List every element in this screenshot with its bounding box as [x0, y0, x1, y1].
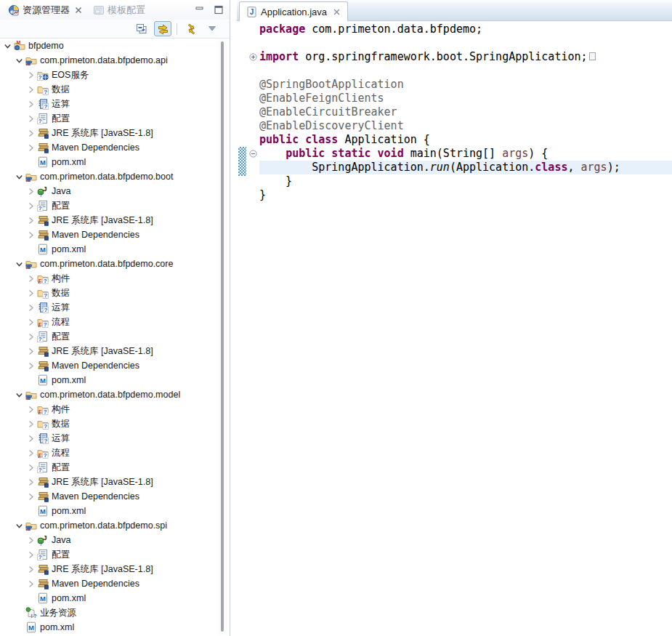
chevron-right-icon[interactable] — [26, 114, 36, 124]
tree-item[interactable]: JRE 系统库 [JavaSE-1.8] — [0, 562, 218, 576]
chevron-right-icon[interactable] — [26, 143, 36, 153]
tree-item[interactable]: Maven Dependencies — [0, 489, 218, 504]
code-editor[interactable]: package com.primeton.data.bfpdemo;import… — [259, 21, 672, 636]
fold-collapse-icon[interactable] — [249, 150, 257, 158]
tree-item[interactable]: ?数据 — [0, 416, 218, 431]
minimize-icon[interactable] — [195, 5, 206, 15]
current-line[interactable]: SpringApplication.run(Application.class,… — [259, 161, 672, 174]
chevron-right-icon[interactable] — [26, 361, 36, 371]
chevron-right-icon[interactable] — [26, 230, 36, 240]
tree-item[interactable]: ?配置 — [0, 198, 218, 213]
tree-item[interactable]: ?运算 — [0, 97, 218, 111]
tree-item[interactable]: Mpom.xml — [0, 242, 218, 257]
tree-item[interactable]: Maven Dependencies — [0, 228, 218, 242]
chevron-down-icon[interactable] — [3, 41, 12, 51]
tree-item[interactable]: Maven Dependencies — [0, 576, 218, 591]
maximize-icon[interactable] — [214, 5, 225, 15]
tree-item[interactable]: ?数据 — [0, 82, 218, 97]
code-line[interactable]: @EnableDiscoveryClient — [259, 119, 672, 133]
code-line[interactable]: } — [259, 188, 672, 202]
chevron-down-icon[interactable] — [15, 259, 24, 269]
chevron-right-icon[interactable] — [26, 201, 36, 211]
tab-resource-explorer[interactable]: 资源管理器 — [3, 0, 88, 20]
chevron-right-icon[interactable] — [26, 536, 36, 545]
tree-item[interactable]: J?Java — [0, 533, 218, 547]
tree-item[interactable]: JRE 系统库 [JavaSE-1.8] — [0, 344, 218, 358]
tree-item[interactable]: JRE 系统库 [JavaSE-1.8] — [0, 126, 218, 140]
tree-item[interactable]: J?Java — [0, 184, 218, 198]
code-line[interactable]: @EnableFeignClients — [259, 92, 672, 105]
tree-item[interactable]: ?配置 — [0, 547, 218, 562]
code-line[interactable] — [259, 64, 672, 78]
view-menu-button[interactable] — [203, 21, 221, 36]
tree-item[interactable]: E?构件 — [0, 271, 218, 286]
chevron-right-icon[interactable] — [26, 129, 36, 138]
tree-item[interactable]: ?配置 — [0, 329, 218, 344]
chevron-right-icon[interactable] — [26, 100, 36, 109]
chevron-right-icon[interactable] — [26, 347, 36, 356]
tab-template-config[interactable]: 模板配置 — [88, 0, 150, 20]
tree-item[interactable]: Mpom.xml — [0, 620, 218, 635]
chevron-right-icon[interactable] — [26, 318, 36, 327]
code-line[interactable] — [259, 36, 672, 50]
chevron-right-icon[interactable] — [26, 579, 36, 589]
chevron-right-icon[interactable] — [26, 434, 36, 443]
chevron-right-icon[interactable] — [26, 463, 36, 472]
tree-item[interactable]: Mpom.xml — [0, 504, 218, 518]
tree-item[interactable]: E?流程 — [0, 315, 218, 329]
tree-item[interactable]: E?构件 — [0, 402, 218, 416]
tree-scrollbar[interactable] — [219, 40, 227, 635]
tree-item[interactable]: com.primeton.data.bfpdemo.model — [0, 387, 218, 402]
chevron-right-icon[interactable] — [26, 405, 36, 414]
tree-item[interactable]: JRE 系统库 [JavaSE-1.8] — [0, 213, 218, 228]
tree-item[interactable]: ?数据 — [0, 286, 218, 300]
close-icon[interactable] — [74, 6, 83, 15]
tab-application-java[interactable]: J Application.java — [239, 1, 348, 21]
chevron-right-icon[interactable] — [26, 550, 36, 560]
chevron-right-icon[interactable] — [26, 332, 36, 342]
chevron-down-icon[interactable] — [15, 390, 24, 400]
tree-item[interactable]: E?流程 — [0, 446, 218, 460]
chevron-right-icon[interactable] — [26, 448, 36, 458]
scrollbar-thumb[interactable] — [221, 41, 224, 632]
tree-item[interactable]: com.primeton.data.bfpdemo.core — [0, 257, 218, 271]
tree-item[interactable]: ?运算 — [0, 300, 218, 315]
chevron-right-icon[interactable] — [26, 85, 36, 94]
tree-item[interactable]: ?运算 — [0, 431, 218, 446]
chevron-right-icon[interactable] — [26, 492, 36, 502]
tree-item[interactable]: Mpom.xml — [0, 591, 218, 605]
close-icon[interactable] — [333, 8, 341, 16]
tree-item[interactable]: Mbfpdemo — [0, 39, 218, 53]
tree-item[interactable]: Mpom.xml — [0, 373, 218, 387]
tree-item[interactable]: JRE 系统库 [JavaSE-1.8] — [0, 475, 218, 489]
code-line[interactable]: } — [259, 174, 672, 188]
tree-item[interactable]: ?配置 — [0, 460, 218, 475]
link-with-editor-button[interactable] — [154, 21, 171, 36]
sync-button[interactable] — [182, 21, 200, 36]
chevron-down-icon[interactable] — [15, 521, 24, 531]
collapse-all-button[interactable] — [133, 21, 150, 36]
fold-expand-icon[interactable] — [249, 53, 257, 61]
chevron-right-icon[interactable] — [26, 216, 36, 225]
code-line[interactable]: package com.primeton.data.bfpdemo; — [259, 23, 672, 36]
chevron-right-icon[interactable] — [26, 187, 36, 196]
tree-item[interactable]: com.primeton.data.bfpdemo.boot — [0, 169, 218, 184]
chevron-right-icon[interactable] — [26, 71, 36, 80]
tree-item[interactable]: Maven Dependencies — [0, 358, 218, 373]
chevron-right-icon[interactable] — [26, 289, 36, 298]
chevron-right-icon[interactable] — [26, 274, 36, 283]
folded-region-box[interactable] — [589, 52, 596, 60]
code-line[interactable]: public static void main(String[] args) { — [259, 147, 672, 161]
code-line[interactable]: public class Application { — [259, 133, 672, 147]
tree-item[interactable]: ?配置 — [0, 111, 218, 126]
chevron-down-icon[interactable] — [15, 172, 24, 182]
chevron-right-icon[interactable] — [26, 565, 36, 574]
chevron-down-icon[interactable] — [15, 56, 24, 65]
chevron-right-icon[interactable] — [26, 419, 36, 429]
tree-item[interactable]: Mpom.xml — [0, 155, 218, 169]
chevron-right-icon[interactable] — [26, 478, 36, 487]
tree-item[interactable]: Maven Dependencies — [0, 140, 218, 155]
tree-item[interactable]: com.primeton.data.bfpdemo.api — [0, 53, 218, 68]
tree-item[interactable]: !?业务资源 — [0, 605, 218, 620]
code-line[interactable]: @EnableCircuitBreaker — [259, 105, 672, 119]
